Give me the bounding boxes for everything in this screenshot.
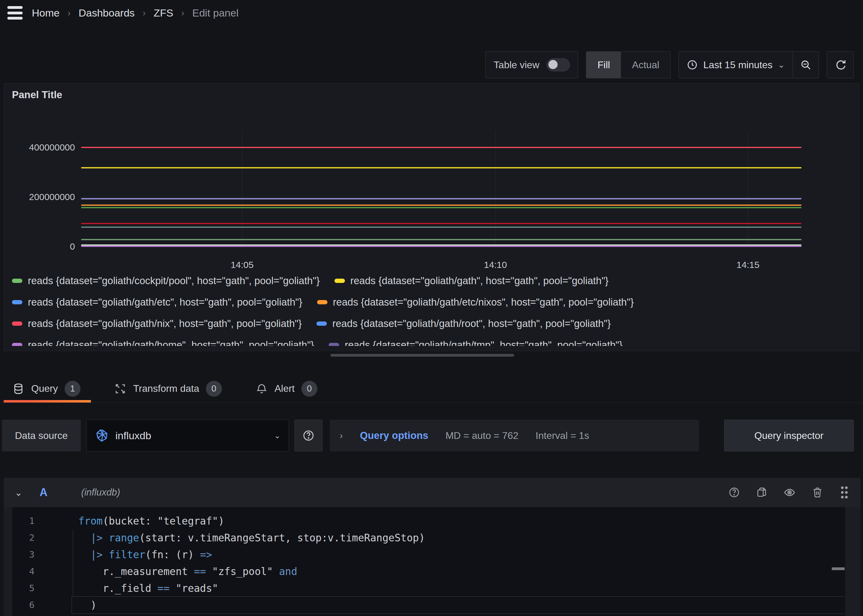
legend-item[interactable]: reads {dataset="goliath/gath/home", host… (12, 334, 314, 346)
drag-grip-icon[interactable] (839, 486, 850, 499)
panel-edit-toolbar: Table view Fill Actual Last 15 minutes ⌄ (485, 51, 854, 78)
flux-code-editor[interactable]: 123456 from(bucket: "telegraf") |> range… (12, 507, 845, 616)
code-line[interactable]: |> range(start: v.timeRangeStart, stop:v… (12, 530, 845, 546)
table-view-label: Table view (494, 59, 539, 71)
query-help-icon[interactable] (728, 487, 740, 498)
transform-icon (114, 383, 126, 395)
legend-label: reads {dataset="goliath/gath/root", host… (332, 318, 611, 329)
zoom-out-button[interactable] (793, 52, 819, 78)
time-range-picker[interactable]: Last 15 minutes ⌄ (679, 52, 793, 78)
tab-transform-data[interactable]: Transform data 0 (114, 375, 222, 402)
chevron-down-icon: ⌄ (778, 60, 785, 70)
max-data-points-text: MD = auto = 762 (446, 430, 518, 442)
breadcrumb-dashboard-name[interactable]: ZFS (154, 7, 173, 19)
tab-query[interactable]: Query 1 (12, 375, 80, 402)
legend-label: reads {dataset="goliath/cockpit/pool", h… (28, 275, 320, 287)
delete-query-icon[interactable] (812, 487, 823, 498)
zoom-out-icon (800, 59, 812, 71)
legend-swatch (329, 343, 339, 346)
legend-item[interactable]: reads {dataset="goliath/cockpit/pool", h… (12, 270, 320, 291)
expand-chevron-icon[interactable]: › (340, 431, 343, 441)
breadcrumb-separator: › (181, 8, 184, 18)
datasource-help-button[interactable] (294, 420, 323, 451)
code-line[interactable]: r._measurement == "zfs_pool" and (12, 563, 845, 580)
legend-label: reads {dataset="goliath/gath/tmp", host=… (345, 339, 622, 346)
query-ref-id[interactable]: A (39, 486, 47, 499)
query-header: ⌄ A (influxdb) (4, 478, 861, 507)
tab-transform-label: Transform data (133, 383, 199, 394)
table-view-control: Table view (485, 51, 578, 78)
panel-resize-handle[interactable] (331, 354, 514, 357)
collapse-chevron-icon[interactable]: ⌄ (15, 487, 22, 498)
tab-alert[interactable]: Alert 0 (255, 375, 317, 402)
legend-item[interactable]: reads {dataset="goliath/gath/nix", host=… (12, 313, 302, 334)
fill-actual-switch: Fill Actual (586, 51, 671, 78)
legend-swatch (12, 343, 22, 346)
tab-query-badge: 1 (65, 381, 80, 397)
query-options-bar: › Query options MD = auto = 762 Interval… (330, 420, 699, 451)
legend-label: reads {dataset="goliath/gath", host="gat… (350, 275, 609, 287)
time-range-label: Last 15 minutes (703, 59, 772, 71)
editor-tabs: Query 1 Transform data 0 Alert 0 (0, 375, 863, 403)
breadcrumb-home[interactable]: Home (32, 7, 60, 19)
x-tick-label: 14:10 (484, 260, 507, 270)
panel: Panel Title 4000000002000000000 14:0514:… (4, 83, 859, 351)
editor-scroll-marker[interactable] (832, 567, 845, 570)
y-axis: 4000000002000000000 (4, 127, 77, 253)
legend-item[interactable]: reads {dataset="goliath/gath", host="gat… (334, 270, 609, 291)
legend-label: reads {dataset="goliath/gath/etc/nixos",… (333, 296, 634, 308)
legend-item[interactable]: reads {dataset="goliath/gath/tmp", host=… (329, 334, 622, 346)
chart-svg (80, 127, 802, 253)
tab-alert-badge: 0 (301, 381, 317, 397)
legend-item[interactable]: reads {dataset="goliath/gath/etc/nixos",… (317, 291, 634, 313)
current-line-highlight (72, 596, 845, 614)
query-options-link[interactable]: Query options (360, 430, 428, 442)
datasource-value: influxdb (115, 430, 267, 442)
influxdb-logo-icon (94, 429, 109, 443)
y-tick-label: 200000000 (29, 192, 75, 202)
fill-option[interactable]: Fill (586, 52, 621, 78)
breadcrumb: Home › Dashboards › ZFS › Edit panel (32, 7, 239, 19)
table-view-toggle[interactable] (546, 58, 570, 71)
y-tick-label: 400000000 (29, 142, 75, 152)
legend-label: reads {dataset="goliath/gath/etc", host=… (28, 296, 302, 308)
interval-text: Interval = 1s (535, 430, 589, 442)
code-line[interactable]: r._field == "reads" (12, 580, 845, 597)
time-range-group: Last 15 minutes ⌄ (679, 51, 819, 78)
bell-icon (255, 383, 268, 395)
breadcrumb-separator: › (143, 8, 146, 18)
breadcrumb-current: Edit panel (192, 7, 238, 19)
legend-label: reads {dataset="goliath/gath/nix", host=… (28, 318, 302, 329)
legend-swatch (12, 321, 22, 326)
clock-icon (687, 59, 698, 70)
x-tick-label: 14:05 (231, 260, 254, 270)
panel-title[interactable]: Panel Title (12, 89, 62, 101)
legend-swatch (317, 300, 328, 304)
query-toolbar: Data source influxdb ⌄ › Query options M… (2, 420, 854, 451)
code-line[interactable]: from(bucket: "telegraf") (12, 512, 845, 530)
query-datasource-hint: (influxdb) (81, 487, 120, 498)
legend-swatch (12, 279, 22, 283)
refresh-button[interactable] (827, 51, 854, 78)
query-editor-card: ⌄ A (influxdb) (4, 478, 861, 616)
legend: reads {dataset="goliath/cockpit/pool", h… (12, 270, 853, 346)
chevron-down-icon: ⌄ (274, 431, 280, 440)
legend-swatch (334, 279, 345, 283)
query-inspector-button[interactable]: Query inspector (724, 420, 854, 451)
menu-icon[interactable] (7, 6, 23, 20)
legend-item[interactable]: reads {dataset="goliath/gath/root", host… (317, 313, 611, 334)
code-line[interactable]: |> filter(fn: (r) => (12, 546, 845, 563)
actual-option[interactable]: Actual (621, 52, 670, 78)
legend-swatch (12, 300, 22, 304)
datasource-label: Data source (2, 420, 81, 451)
breadcrumb-dashboards[interactable]: Dashboards (79, 7, 135, 19)
tab-transform-badge: 0 (206, 381, 222, 397)
duplicate-query-icon[interactable] (756, 487, 767, 498)
legend-item[interactable]: reads {dataset="goliath/gath/etc", host=… (12, 291, 302, 313)
legend-label: reads {dataset="goliath/gath/home", host… (28, 339, 314, 346)
legend-swatch (317, 321, 327, 326)
database-icon (12, 383, 25, 395)
app-header: Home › Dashboards › ZFS › Edit panel (0, 0, 863, 26)
hide-query-icon[interactable] (783, 486, 796, 498)
datasource-picker[interactable]: influxdb ⌄ (86, 420, 289, 451)
